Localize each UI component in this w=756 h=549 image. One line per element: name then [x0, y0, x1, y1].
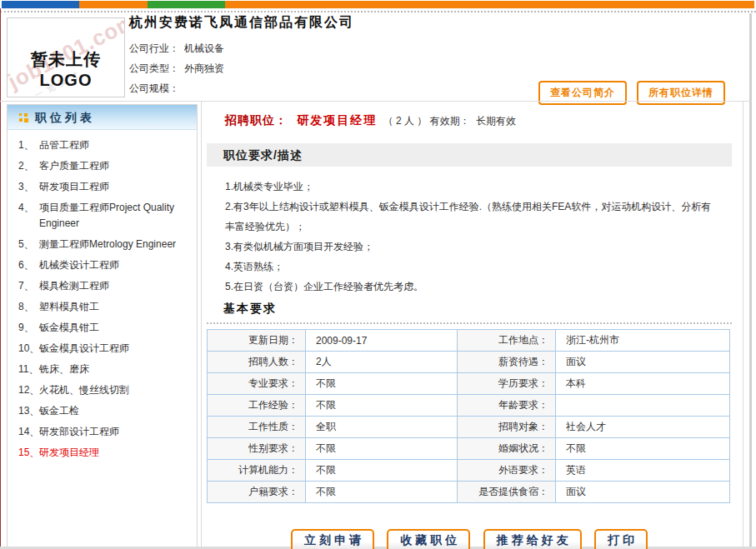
basic-requirements-table: 更新日期： 2009-09-17 工作地点： 浙江-杭州市 招聘人数： 2人 薪… [207, 329, 730, 503]
work-location-value: 浙江-杭州市 [556, 330, 730, 352]
gender-value: 不限 [306, 438, 458, 460]
industry-value: 机械设备 [184, 42, 224, 54]
table-row: 工作性质： 全职 招聘对象： 社会人才 [208, 417, 730, 438]
computer-skill-value: 不限 [306, 460, 458, 482]
table-row: 更新日期： 2009-09-17 工作地点： 浙江-杭州市 [208, 330, 730, 352]
experience-value: 不限 [306, 395, 458, 417]
education-value: 本科 [556, 373, 730, 395]
industry-label: 公司行业： [129, 42, 179, 54]
action-buttons: 立刻申请 收藏职位 推荐给好友 打印 [207, 529, 732, 549]
headcount-value: 2人 [306, 352, 458, 373]
marital-status-value: 不限 [556, 438, 730, 460]
no-logo-label: 暂未上传LOGO [8, 48, 124, 90]
requirements-section-header: 职位要求/描述 [207, 143, 732, 167]
sidebar-job-item-10[interactable]: 10、钣金模具设计工程师 [8, 341, 197, 357]
company-type-row: 公司类型：外商独资 [129, 58, 224, 78]
experience-label: 工作经验： [208, 395, 306, 417]
sidebar-job-item-4[interactable]: 4、项目质量工程师Project Quality Engineer [8, 200, 197, 232]
job-title-line: 招聘职位： 研发项目经理 （ 2 人 ） 有效期： 长期有效 [225, 113, 732, 128]
dotted-separator-2 [207, 322, 732, 324]
top-color-bar [2, 1, 754, 8]
job-detail-page: job1001.com 一览英才 暂未上传LOGO 杭州安费诺飞凤通信部品有限公… [0, 0, 756, 549]
major-value: 不限 [306, 373, 458, 395]
company-fields: 公司行业：机械设备 公司类型：外商独资 公司规模： [129, 38, 224, 98]
table-row: 户籍要求： 不限 是否提供食宿： 面议 [208, 482, 730, 503]
sidebar-job-item-1[interactable]: 1、品管工程师 [8, 137, 197, 153]
job-nature-value: 全职 [306, 417, 458, 438]
favorite-job-button[interactable]: 收藏职位 [387, 529, 470, 549]
job-detail-main: 招聘职位： 研发项目经理 （ 2 人 ） 有效期： 长期有效 职位要求/描述 1… [207, 102, 732, 549]
sidebar-job-item-12[interactable]: 12、火花机、慢丝线切割 [8, 382, 197, 398]
job-list-sidebar: 职位列表 1、品管工程师 2、客户质量工程师 3、研发项目工程师 4、项目质量工… [7, 104, 198, 547]
page-body: 职位列表 1、品管工程师 2、客户质量工程师 3、研发项目工程师 4、项目质量工… [0, 102, 756, 547]
sidebar-job-item-8[interactable]: 8、塑料模具钳工 [8, 299, 197, 315]
salary-label: 薪资待遇： [458, 352, 556, 373]
recruit-position-label: 招聘职位： [225, 113, 288, 127]
company-logo-placeholder: job1001.com 一览英才 暂未上传LOGO [7, 17, 125, 97]
sidebar-job-item-6[interactable]: 6、机械类设计工程师 [8, 257, 197, 273]
job-list: 1、品管工程师 2、客户质量工程师 3、研发项目工程师 4、项目质量工程师Pro… [8, 137, 197, 461]
validity-value: 长期有效 [476, 115, 516, 127]
description-line: 5.在日资（台资）企业工作经验者优先考虑。 [225, 277, 719, 297]
apply-now-button[interactable]: 立刻申请 [291, 529, 374, 549]
residency-label: 户籍要求： [208, 482, 306, 503]
description-line: 1.机械类专业毕业； [225, 177, 719, 197]
sidebar-job-item-13[interactable]: 13、钣金工检 [8, 403, 197, 419]
sidebar-job-item-14[interactable]: 14、研发部设计工程师 [8, 424, 197, 440]
topbar-orange-segment-2 [225, 1, 754, 8]
description-line: 3.有类似机械方面项目开发经验； [225, 237, 719, 257]
squares-icon [19, 113, 28, 122]
marital-status-label: 婚姻状况： [458, 438, 556, 460]
print-button[interactable]: 打印 [594, 529, 648, 549]
validity-label: 有效期： [430, 115, 470, 127]
sidebar-main-divider [201, 102, 202, 547]
type-value: 外商独资 [184, 62, 224, 74]
job-description: 1.机械类专业毕业； 2.有3年以上结构设计或塑料模具、钣金模具设计工作经验.（… [225, 177, 719, 297]
board-lodging-label: 是否提供食宿： [458, 482, 556, 503]
sidebar-job-item-9[interactable]: 9、钣金模具钳工 [8, 320, 197, 336]
size-label: 公司规模： [129, 82, 179, 94]
topbar-blue-segment [2, 1, 79, 8]
table-row: 性别要求： 不限 婚姻状况： 不限 [208, 438, 730, 460]
update-date-value: 2009-09-17 [306, 330, 458, 352]
company-name: 杭州安费诺飞凤通信部品有限公司 [129, 14, 354, 32]
topbar-orange-segment [79, 1, 148, 8]
description-line: 4.英语熟练； [225, 257, 719, 277]
table-row: 招聘人数： 2人 薪资待遇： 面议 [208, 352, 730, 373]
basic-requirements-title: 基本要求 [207, 302, 732, 317]
company-size-row: 公司规模： [129, 78, 224, 98]
sidebar-job-item-7[interactable]: 7、模具检测工程师 [8, 278, 197, 294]
table-row: 工作经验： 不限 年龄要求： [208, 395, 730, 417]
age-value [556, 395, 730, 417]
topbar-green-segment [148, 1, 225, 8]
description-line: 2.有3年以上结构设计或塑料模具、钣金模具设计工作经验.（熟练使用相关FEA软件… [225, 197, 719, 237]
gender-label: 性别要求： [208, 438, 306, 460]
sidebar-job-item-3[interactable]: 3、研发项目工程师 [8, 179, 197, 195]
sidebar-job-item-15-active[interactable]: 15、研发项目经理 [8, 445, 197, 461]
sidebar-job-item-2[interactable]: 2、客户质量工程师 [8, 158, 197, 174]
job-position-name: 研发项目经理 [297, 113, 377, 127]
type-label: 公司类型： [129, 62, 179, 74]
main-right-border [743, 102, 743, 547]
recommend-friend-button[interactable]: 推荐给好友 [483, 529, 582, 549]
target-group-label: 招聘对象： [458, 417, 556, 438]
table-row: 专业要求： 不限 学历要求： 本科 [208, 373, 730, 395]
education-label: 学历要求： [458, 373, 556, 395]
update-date-label: 更新日期： [208, 330, 306, 352]
company-header: job1001.com 一览英才 暂未上传LOGO 杭州安费诺飞凤通信部品有限公… [0, 12, 748, 101]
major-label: 专业要求： [208, 373, 306, 395]
headcount-label: 招聘人数： [208, 352, 306, 373]
headcount: （ 2 人 ） [383, 115, 428, 127]
job-list-title: 职位列表 [35, 111, 95, 124]
work-location-label: 工作地点： [458, 330, 556, 352]
age-label: 年龄要求： [458, 395, 556, 417]
job-list-header: 职位列表 [8, 105, 197, 130]
residency-value: 不限 [306, 482, 458, 503]
board-lodging-value: 面议 [556, 482, 730, 503]
sidebar-job-item-5[interactable]: 5、测量工程师Metrology Engineer [8, 237, 197, 252]
sidebar-job-item-11[interactable]: 11、铣床、磨床 [8, 362, 197, 377]
computer-skill-label: 计算机能力： [208, 460, 306, 482]
salary-value: 面议 [556, 352, 730, 373]
foreign-language-label: 外语要求： [458, 460, 556, 482]
table-row: 计算机能力： 不限 外语要求： 英语 [208, 460, 730, 482]
